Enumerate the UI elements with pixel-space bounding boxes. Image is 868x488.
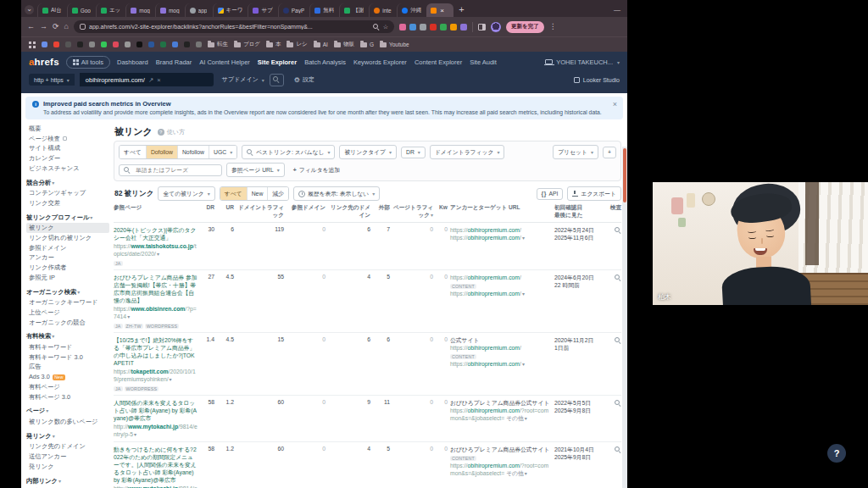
sidebar-section-organic[interactable]: オーガニック検索 [26,287,109,298]
expand-caret-icon[interactable] [133,431,136,437]
bookmark-folder[interactable]: AI [314,42,328,47]
sidebar-item-outgoing-anchors[interactable]: 送信アンカー [26,452,109,462]
anchor-target-link[interactable]: https://obihiropremium.com/ [450,226,552,234]
sidebar-item-opportunities[interactable]: ビジネスチャンス [26,164,109,174]
col-page-traffic[interactable]: ページトラフィック [392,204,433,219]
bookmark-favicon[interactable] [148,42,154,47]
browser-tab-4[interactable]: mog [155,3,184,17]
new-tab-button[interactable]: + [459,4,464,14]
anchor-target-link[interactable]: https://obihiropremium.com/ [450,234,552,242]
profile-avatar[interactable] [491,22,501,32]
bookmark-favicon[interactable] [77,42,83,47]
col-dr[interactable]: DR [201,204,214,219]
api-button[interactable]: { } API [537,188,564,200]
sidebar-item-paid-keywords[interactable]: 有料キーワード [26,342,109,352]
col-domain-traffic[interactable]: ドメイントラフィック [236,204,284,219]
expand-caret-icon[interactable] [156,251,159,257]
back-icon[interactable]: ← [27,23,35,30]
sidebar-item-ads[interactable]: 広告 [26,362,109,372]
browser-tab-9[interactable]: 無料 [309,3,338,17]
nav-batch-analysis[interactable]: Batch Analysis [304,58,346,66]
follow-option-2[interactable]: Nofollow [177,146,209,158]
ref-page-url-link[interactable]: https://www.obisinren.com/?p=7414 [114,305,198,321]
bookmark-favicon[interactable] [89,42,95,47]
reload-icon[interactable]: ⟳ [53,23,59,30]
nav-content-explorer[interactable]: Content Explorer [415,58,462,66]
settings-button[interactable]: 設定 [294,75,314,84]
anchor-target-link[interactable]: https://obihiropremium.com/ [450,274,552,281]
bookmark-folder[interactable]: ブログ [234,41,260,48]
bookmark-folder[interactable]: 物販 [334,41,354,48]
side-panel-icon[interactable] [478,24,486,30]
close-icon[interactable]: × [613,100,617,108]
col-ext[interactable]: 外部 [373,204,390,219]
expand-caret-icon[interactable] [126,313,130,319]
all-backlinks-select[interactable]: 全ての被リンク [158,186,214,201]
user-menu[interactable]: YOHEI TAKEUCH... [545,58,620,66]
sidebar-item-ref-domains[interactable]: 参照ドメイン [26,243,109,253]
tab-search-chevron-icon[interactable]: ⌄ [25,5,34,14]
inspect-icon[interactable] [615,400,621,407]
history-select[interactable]: 履歴を表示: 表示しない [293,186,380,201]
search-input[interactable] [134,166,217,174]
ref-page-title-link[interactable]: 2020年(トピックス)|帯広のタクシー会社「大正交通」 [114,226,198,241]
sidebar-item-link-intersect[interactable]: リンク交差 [26,198,109,208]
follow-option-0[interactable]: すべて [120,146,146,158]
sidebar-item-overview[interactable]: 概要 [26,124,109,134]
follow-option-3[interactable]: UGC [209,146,236,158]
export-button[interactable]: エクスポート [567,186,621,201]
browser-tab-5[interactable]: app [185,3,212,17]
add-filter-button[interactable]: + フィルタを追加 [289,164,344,176]
sidebar-item-broken-backlinks[interactable]: リンク切れの被リンク [26,233,109,243]
extension-icon[interactable] [440,24,447,30]
sidebar-item-organic-keywords[interactable]: オーガニックキーワード [26,297,109,308]
nav-ai-content-helper[interactable]: AI Content Helper [199,58,250,66]
bookmark-folder[interactable]: 転生 [208,41,228,48]
add-preset-button[interactable]: + [603,147,616,158]
browser-tab-3[interactable]: mog [125,3,154,17]
sidebar-item-linking-authors[interactable]: リンク作成者 [26,263,109,273]
inspect-icon[interactable] [615,337,621,344]
inspect-icon[interactable] [615,227,621,234]
target-input[interactable]: obihiropremium.com/ ↗ × [80,73,214,86]
bookmark-favicon[interactable] [113,42,119,47]
view-tab-2[interactable]: 減少 [267,187,288,200]
expand-icon[interactable]: ↗ [148,76,153,84]
browser-tab-2[interactable]: エッ [96,3,125,17]
bookmark-folder[interactable]: レシ [287,41,307,48]
sidebar-item-page-inspect[interactable]: ページ検査 [26,134,109,144]
home-icon[interactable]: ⌂ [64,23,69,30]
browser-tab-13[interactable]: × [426,3,453,17]
browser-tab-7[interactable]: サブ [248,3,276,17]
sidebar-item-linked-domains[interactable]: リンク先のドメイン [26,441,109,452]
expand-caret-icon[interactable] [169,376,172,382]
ref-page-url-link[interactable]: https://www.taishokotsu.co.jp/topics/dat… [114,242,198,258]
bookmark-folder[interactable]: Youtube [380,42,409,47]
extension-icon[interactable] [420,24,426,30]
bookmark-favicon[interactable] [160,42,166,47]
sidebar-section-paid[interactable]: 有料検索 [26,331,109,342]
extension-icon[interactable] [399,24,406,30]
nav-brand-radar[interactable]: Brand Radar [156,58,192,66]
sidebar-item-paid-keywords-3[interactable]: 有料キーワード 3.0 [26,352,109,363]
extension-icon[interactable] [460,24,467,30]
col-ur[interactable]: UR [217,204,234,219]
scope-select[interactable]: サブドメイン [222,75,264,84]
ref-page-url-link[interactable]: https://tokapetit.com/2020/10/19/premium… [114,368,198,384]
sidebar-item-outgoing-links[interactable]: 発リンク [26,462,109,472]
sidebar-section-internal[interactable]: 内部リンク [26,476,109,487]
nav-site-audit[interactable]: Site Audit [470,58,497,66]
bookmark-favicon[interactable] [101,42,107,47]
col-linked-domains[interactable]: リンク先のドメイン [328,204,370,219]
col-anchor[interactable]: アンカーとターゲット URL [450,204,552,219]
inspect-icon[interactable] [615,446,621,453]
sidebar-item-backlinks[interactable]: 被リンク [26,223,109,233]
view-tab-0[interactable]: すべて [220,187,247,200]
expand-caret-icon[interactable] [521,361,525,367]
clear-icon[interactable]: × [157,76,160,84]
extension-icon[interactable] [450,24,457,30]
apps-grid-icon[interactable] [29,42,36,48]
bookmark-favicon[interactable] [42,42,47,47]
site-info-icon[interactable] [80,24,86,30]
search-icon[interactable] [373,24,380,30]
